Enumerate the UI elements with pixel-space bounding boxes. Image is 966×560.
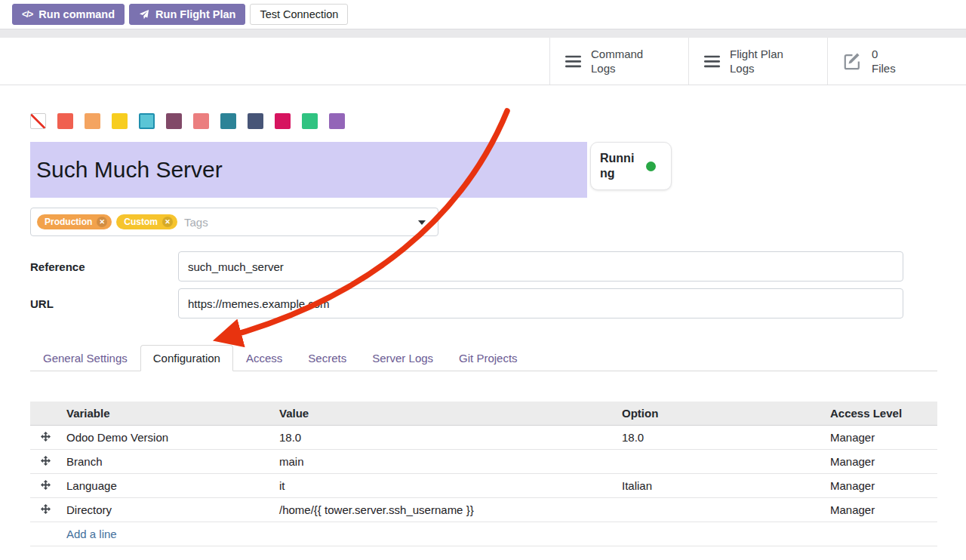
reference-row: Reference: [30, 251, 937, 282]
drag-handle-icon[interactable]: [30, 426, 60, 450]
color-swatch-none[interactable]: [30, 113, 46, 129]
cell-variable[interactable]: Language: [60, 474, 273, 498]
paper-plane-icon: [139, 9, 149, 20]
top-toolbar: </> Run command Run Flight Plan Test Con…: [0, 0, 966, 29]
run-command-label: Run command: [38, 8, 115, 20]
header-band: Command Logs Flight Plan Logs 0 Files: [0, 38, 966, 85]
server-name-field[interactable]: Such Much Server: [30, 142, 587, 198]
edit-icon: [843, 52, 862, 71]
column-header-value: Value: [273, 402, 616, 426]
color-swatch-purple[interactable]: [329, 113, 345, 129]
run-flight-plan-label: Run Flight Plan: [155, 8, 235, 20]
dropdown-caret-icon[interactable]: [418, 220, 426, 225]
files-button[interactable]: 0 Files: [827, 38, 966, 85]
flight-plan-logs-line2: Logs: [730, 61, 783, 76]
reference-label: Reference: [30, 260, 178, 273]
tab-bar: General Settings Configuration Access Se…: [30, 345, 937, 371]
color-swatch-dark-purple[interactable]: [166, 113, 182, 129]
hamburger-icon: [565, 55, 581, 68]
column-header-option: Option: [616, 402, 824, 426]
tag-custom-label: Custom: [124, 217, 158, 227]
cell-variable[interactable]: Directory: [60, 498, 273, 522]
tab-server-logs[interactable]: Server Logs: [359, 345, 446, 371]
table-row[interactable]: Odoo Demo Version 18.0 18.0 Manager: [30, 426, 937, 450]
status-card: Running: [590, 142, 672, 190]
tags-field[interactable]: Production ✕ Custom ✕ Tags: [30, 208, 438, 236]
files-label: Files: [872, 61, 896, 76]
color-palette: [30, 113, 937, 129]
command-logs-button[interactable]: Command Logs: [549, 38, 688, 85]
table-row[interactable]: Branch main Manager: [30, 450, 937, 474]
status-label: Running: [600, 151, 639, 181]
url-input[interactable]: [178, 288, 903, 318]
reference-input[interactable]: [178, 251, 903, 282]
tags-placeholder: Tags: [184, 216, 208, 229]
table-row[interactable]: Language it Italian Manager: [30, 474, 937, 498]
flight-plan-logs-button[interactable]: Flight Plan Logs: [688, 38, 827, 85]
cell-access-level[interactable]: Manager: [824, 426, 937, 450]
cell-value[interactable]: main: [273, 450, 616, 474]
table-header-row: Variable Value Option Access Level: [30, 402, 937, 426]
files-count: 0: [872, 47, 896, 62]
table-row[interactable]: Directory /home/{{ tower.server.ssh_user…: [30, 498, 937, 522]
cell-option[interactable]: [616, 498, 824, 522]
tab-git-projects[interactable]: Git Projects: [446, 345, 531, 371]
test-connection-label: Test Connection: [260, 8, 338, 20]
drag-handle-icon[interactable]: [30, 498, 60, 522]
cell-variable[interactable]: Odoo Demo Version: [60, 426, 273, 450]
tag-production-label: Production: [45, 217, 92, 227]
status-dot: [646, 162, 656, 171]
remove-tag-icon[interactable]: ✕: [162, 217, 173, 227]
flight-plan-logs-line1: Flight Plan: [730, 47, 783, 62]
color-swatch-salmon[interactable]: [193, 113, 209, 129]
title-row: Such Much Server Running: [30, 142, 937, 198]
color-swatch-cyan[interactable]: [139, 113, 155, 129]
code-icon: </>: [22, 9, 32, 20]
remove-tag-icon[interactable]: ✕: [97, 217, 107, 227]
cell-value[interactable]: 18.0: [273, 426, 616, 450]
color-swatch-orange[interactable]: [85, 113, 100, 129]
empty-cell: [30, 522, 60, 546]
configuration-table: Variable Value Option Access Level Odoo …: [30, 402, 937, 546]
column-header-variable: Variable: [60, 402, 273, 426]
stat-buttons: Command Logs Flight Plan Logs 0 Files: [549, 38, 966, 85]
column-header-handle: [30, 402, 60, 426]
color-swatch-green[interactable]: [302, 113, 318, 129]
cell-option[interactable]: Italian: [616, 474, 824, 498]
cell-value[interactable]: it: [273, 474, 616, 498]
tab-configuration[interactable]: Configuration: [140, 345, 233, 371]
url-label: URL: [30, 297, 178, 310]
color-swatch-navy[interactable]: [248, 113, 263, 129]
tab-general-settings[interactable]: General Settings: [30, 345, 140, 371]
column-header-access-level: Access Level: [824, 402, 937, 426]
hamburger-icon: [704, 55, 720, 68]
cell-access-level[interactable]: Manager: [824, 498, 937, 522]
tag-production[interactable]: Production ✕: [37, 214, 112, 229]
command-logs-line1: Command: [591, 47, 643, 62]
add-a-line-link[interactable]: Add a line: [66, 528, 117, 540]
cell-option[interactable]: [616, 450, 824, 474]
color-swatch-yellow[interactable]: [112, 113, 128, 129]
tab-access[interactable]: Access: [233, 345, 295, 371]
add-line-row: Add a line: [30, 522, 937, 546]
cell-variable[interactable]: Branch: [60, 450, 273, 474]
cell-value[interactable]: /home/{{ tower.server.ssh_username }}: [273, 498, 616, 522]
color-swatch-red[interactable]: [57, 113, 73, 129]
run-command-button[interactable]: </> Run command: [12, 4, 125, 25]
color-swatch-magenta[interactable]: [275, 113, 291, 129]
form-content: Such Much Server Running Production ✕ Cu…: [0, 113, 966, 546]
cell-access-level[interactable]: Manager: [824, 474, 937, 498]
color-swatch-teal[interactable]: [220, 113, 236, 129]
tag-custom[interactable]: Custom ✕: [116, 214, 177, 229]
drag-handle-icon[interactable]: [30, 450, 60, 474]
command-logs-line2: Logs: [591, 61, 643, 76]
drag-handle-icon[interactable]: [30, 474, 60, 498]
test-connection-button[interactable]: Test Connection: [250, 4, 348, 25]
cell-access-level[interactable]: Manager: [824, 450, 937, 474]
run-flight-plan-button[interactable]: Run Flight Plan: [129, 4, 245, 25]
url-row: URL: [30, 288, 937, 318]
separator-strip: [0, 29, 966, 38]
tab-secrets[interactable]: Secrets: [295, 345, 359, 371]
cell-option[interactable]: 18.0: [616, 426, 824, 450]
